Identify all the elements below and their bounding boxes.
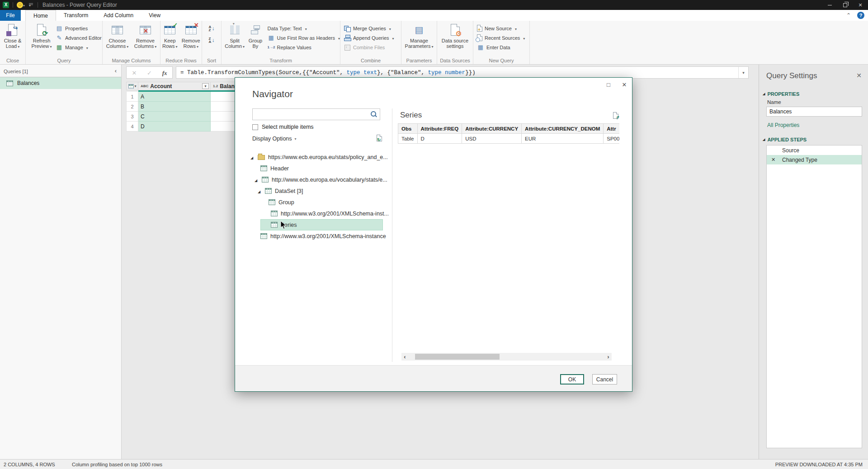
row-number[interactable]: 4 xyxy=(126,122,138,131)
use-first-row-button[interactable]: ▦Use First Row as Headers xyxy=(268,33,340,42)
remove-rows-button[interactable]: Remove Rows xyxy=(180,22,202,50)
all-properties-link[interactable]: All Properties xyxy=(767,122,799,128)
column-header-account[interactable]: ABC Account xyxy=(138,82,211,90)
refresh-navigator-icon[interactable] xyxy=(377,135,382,141)
dialog-maximize-icon[interactable] xyxy=(605,81,612,88)
manage-button[interactable]: ▦Manage xyxy=(56,42,102,52)
applied-step-source[interactable]: Source xyxy=(767,145,862,155)
close-settings-icon[interactable] xyxy=(856,72,862,79)
tab-view[interactable]: View xyxy=(141,10,168,21)
formula-expand-icon[interactable] xyxy=(738,67,748,78)
dropdown-caret-icon xyxy=(154,43,156,49)
select-multiple-checkbox[interactable] xyxy=(252,124,258,130)
row-number[interactable]: 2 xyxy=(126,102,138,112)
scrollbar-thumb[interactable] xyxy=(415,354,500,360)
sort-ascending-button[interactable] xyxy=(209,24,215,33)
split-column-button[interactable]: Split Column xyxy=(223,22,246,50)
choose-columns-button[interactable]: Choose Columns xyxy=(104,22,131,50)
dialog-close-icon[interactable] xyxy=(621,81,628,88)
append-queries-button[interactable]: Append Queries xyxy=(344,33,394,42)
cancel-button[interactable]: Cancel xyxy=(592,374,617,385)
display-options-dropdown[interactable]: Display Options xyxy=(252,136,297,142)
navigator-tree: https://www.ecb.europa.eu/stats/policy_a… xyxy=(235,151,392,242)
new-source-button[interactable]: New Source xyxy=(477,23,525,33)
tab-file[interactable]: File xyxy=(0,10,21,21)
search-input[interactable] xyxy=(253,109,370,120)
properties-section-header[interactable]: PROPERTIES xyxy=(763,91,799,97)
filter-dropdown-icon[interactable] xyxy=(202,83,209,89)
tab-add-column[interactable]: Add Column xyxy=(96,10,141,21)
row-number[interactable]: 1 xyxy=(126,92,138,102)
navigator-search-box[interactable] xyxy=(252,108,380,120)
scroll-left-icon[interactable] xyxy=(401,353,408,361)
status-profiling-info[interactable]: Column profiling based on top 1000 rows xyxy=(72,462,162,467)
tree-item[interactable]: http://www.ecb.europa.eu/vocabulary/stat… xyxy=(235,174,392,185)
restore-button[interactable] xyxy=(837,0,853,10)
ok-button[interactable]: OK xyxy=(560,374,584,385)
properties-button[interactable]: ▤Properties xyxy=(56,23,102,33)
cell-account[interactable]: B xyxy=(138,102,211,112)
show-as-table-icon[interactable] xyxy=(613,112,618,119)
cell-account[interactable]: A xyxy=(138,92,211,102)
cell-account[interactable]: C xyxy=(138,112,211,122)
formula-text[interactable]: = Table.TransformColumnTypes(Source,{{"A… xyxy=(176,70,738,76)
tab-transform[interactable]: Transform xyxy=(56,10,96,21)
enter-data-button[interactable]: ▦Enter Data xyxy=(477,42,525,52)
manage-parameters-button[interactable]: ▤ Manage Parameters xyxy=(403,22,435,50)
collapse-ribbon-icon[interactable] xyxy=(846,12,851,19)
collapse-pane-icon[interactable] xyxy=(115,67,117,74)
tree-item[interactable]: Series xyxy=(235,219,392,230)
recent-sources-button[interactable]: Recent Sources xyxy=(477,33,525,42)
tree-item[interactable]: http://www.w3.org/2001/XMLSchema-instanc… xyxy=(235,230,392,242)
query-list-item-balances[interactable]: Balances xyxy=(0,77,121,89)
tree-item[interactable]: Header xyxy=(235,163,392,174)
merge-queries-button[interactable]: Merge Queries xyxy=(344,23,394,33)
merge-queries-icon xyxy=(344,25,351,32)
dropdown-caret-icon xyxy=(49,43,52,49)
formula-bar[interactable]: = Table.TransformColumnTypes(Source,{{"A… xyxy=(176,66,749,79)
preview-cell: D xyxy=(417,134,462,144)
dialog-footer: OK Cancel xyxy=(235,365,632,391)
select-multiple-row[interactable]: Select multiple items xyxy=(252,124,314,130)
remove-columns-button[interactable]: Remove Columns xyxy=(132,22,159,50)
data-type-button[interactable]: Data Type: Text xyxy=(268,23,340,33)
close-button[interactable] xyxy=(853,0,868,10)
tree-item[interactable]: https://www.ecb.europa.eu/stats/policy_a… xyxy=(235,151,392,163)
dropdown-caret-icon xyxy=(388,26,391,31)
scroll-right-icon[interactable] xyxy=(605,353,612,361)
cell-account[interactable]: D xyxy=(138,122,211,131)
cancel-formula-icon[interactable] xyxy=(132,69,137,77)
close-and-load-button[interactable]: ↪ Close & Load xyxy=(0,22,25,50)
preview-header-row: ObsAttribute:FREQAttribute:CURRENCYAttri… xyxy=(398,124,620,134)
smiley-dropdown-icon[interactable] xyxy=(23,2,25,8)
data-source-settings-button[interactable]: ⚙ Data source settings xyxy=(439,22,472,49)
group-by-button[interactable]: Group By xyxy=(246,22,264,49)
applied-steps-section-header[interactable]: APPLIED STEPS xyxy=(763,137,807,142)
tree-item[interactable]: Group xyxy=(235,197,392,208)
expander-icon[interactable] xyxy=(250,154,255,160)
replace-values-button[interactable]: 1→2Replace Values xyxy=(268,42,340,52)
delete-step-icon[interactable] xyxy=(771,157,775,163)
refresh-preview-button[interactable]: ⟳ Refresh Preview xyxy=(28,22,56,50)
expander-icon[interactable] xyxy=(255,177,259,183)
applied-step-changed-type[interactable]: Changed Type xyxy=(767,155,862,164)
tab-home[interactable]: Home xyxy=(25,10,56,21)
horizontal-scrollbar[interactable] xyxy=(401,353,612,361)
keep-rows-button[interactable]: Keep Rows xyxy=(160,22,179,50)
commit-formula-icon[interactable] xyxy=(147,69,152,77)
query-name-input[interactable] xyxy=(766,107,862,117)
feedback-smiley-icon[interactable] xyxy=(17,2,23,8)
tree-item[interactable]: DataSet [3] xyxy=(235,185,392,197)
dropdown-caret-icon xyxy=(392,35,394,41)
help-icon[interactable] xyxy=(857,12,864,19)
tree-item[interactable]: http://www.w3.org/2001/XMLSchema-inst... xyxy=(235,208,392,219)
table-icon xyxy=(260,165,267,171)
grid-corner-menu[interactable] xyxy=(126,82,138,90)
expander-icon[interactable] xyxy=(258,188,262,194)
advanced-editor-button[interactable]: ✎Advanced Editor xyxy=(56,33,102,42)
selected-row-highlight xyxy=(260,219,383,230)
minimize-button[interactable] xyxy=(822,0,837,10)
sort-descending-button[interactable] xyxy=(209,36,215,45)
quick-access-customize-icon[interactable] xyxy=(28,3,34,7)
row-number[interactable]: 3 xyxy=(126,112,138,122)
